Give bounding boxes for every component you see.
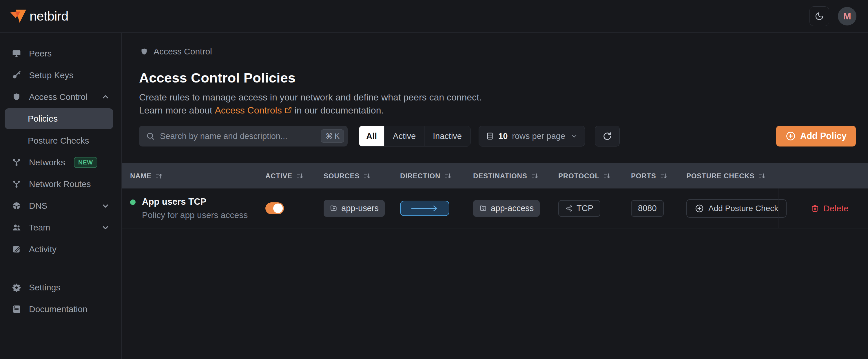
- description-line-2: Learn more about Access Controls in our …: [139, 104, 850, 117]
- rows-per-page-label: rows per page: [512, 131, 565, 141]
- refresh-icon: [602, 131, 612, 141]
- sidebar-item-activity[interactable]: Activity: [0, 238, 121, 260]
- sidebar-item-label: Peers: [29, 48, 52, 59]
- sidebar-item-label: DNS: [29, 201, 47, 211]
- description-line-1: Create rules to manage access in your ne…: [139, 91, 850, 104]
- policy-sources-cell: app-users: [323, 200, 400, 217]
- user-avatar[interactable]: M: [838, 7, 857, 26]
- sidebar-item-peers[interactable]: Peers: [0, 42, 121, 64]
- sidebar-item-label: Settings: [29, 283, 60, 292]
- sidebar-divider: [0, 273, 121, 273]
- column-header-active[interactable]: ACTIVE: [266, 172, 323, 180]
- column-header-name[interactable]: NAME: [130, 172, 266, 180]
- chevron-down-icon: [101, 201, 110, 210]
- sidebar-item-posture-checks[interactable]: Posture Checks: [0, 130, 121, 152]
- breadcrumb: Access Control: [139, 46, 850, 57]
- sort-asc-icon: [155, 172, 163, 180]
- shield-icon: [139, 47, 149, 56]
- policy-ports-cell: 8080: [631, 200, 686, 217]
- sidebar-item-label: Networks: [29, 158, 65, 167]
- arrow-right-icon: [409, 205, 441, 212]
- breadcrumb-label: Access Control: [154, 46, 212, 57]
- globe-icon: [11, 201, 22, 210]
- search-input[interactable]: [160, 131, 316, 141]
- sidebar-item-policies[interactable]: Policies: [5, 108, 113, 129]
- avatar-initial: M: [843, 11, 851, 22]
- active-toggle[interactable]: [266, 202, 284, 214]
- netbird-logo[interactable]: netbird: [10, 9, 68, 24]
- topbar: netbird M: [0, 0, 868, 33]
- rows-per-page-select[interactable]: 10 rows per page: [478, 126, 585, 146]
- sort-desc-icon: [758, 172, 766, 180]
- network-branch-icon: [11, 180, 22, 189]
- gear-icon: [11, 283, 22, 292]
- add-policy-button[interactable]: Add Policy: [776, 126, 856, 146]
- port-chip: 8080: [631, 200, 664, 217]
- theme-toggle-button[interactable]: [809, 6, 829, 26]
- rows-per-page-value: 10: [498, 131, 507, 141]
- column-header-sources[interactable]: SOURCES: [323, 172, 400, 180]
- sidebar-item-setup-keys[interactable]: Setup Keys: [0, 64, 121, 86]
- column-header-posture-checks[interactable]: POSTURE CHECKS: [686, 172, 778, 180]
- tab-active[interactable]: Active: [384, 126, 425, 146]
- filter-tabs: All Active Inactive: [359, 126, 470, 146]
- delete-policy-button[interactable]: Delete: [778, 189, 868, 228]
- sidebar-item-documentation[interactable]: Documentation: [0, 298, 121, 320]
- column-header-direction[interactable]: DIRECTION: [400, 172, 473, 180]
- sidebar-item-label: Team: [29, 223, 50, 232]
- shield-icon: [11, 92, 22, 102]
- plus-circle-icon: [785, 131, 796, 141]
- sidebar-item-dns[interactable]: DNS: [0, 195, 121, 217]
- policy-name: App users TCP: [142, 197, 248, 207]
- group-folder-icon: [330, 204, 338, 212]
- policy-active-cell: [266, 202, 323, 214]
- book-icon: [11, 304, 22, 314]
- sidebar-item-team[interactable]: Team: [0, 217, 121, 238]
- column-header-ports[interactable]: PORTS: [631, 172, 686, 180]
- tab-all[interactable]: All: [359, 126, 384, 146]
- monitor-icon: [11, 49, 22, 58]
- table-controls: ⌘ K All Active Inactive 10 rows per page: [139, 126, 856, 146]
- column-header-destinations[interactable]: DESTINATIONS: [473, 172, 558, 180]
- sidebar-item-label: Network Routes: [29, 179, 91, 189]
- network-branch-icon: [11, 158, 22, 167]
- sidebar-item-access-control[interactable]: Access Control: [0, 86, 121, 108]
- chevron-down-icon: [101, 223, 110, 232]
- access-controls-doc-link[interactable]: Access Controls: [215, 104, 292, 117]
- key-icon: [11, 71, 22, 80]
- sidebar-item-networks[interactable]: Networks NEW: [0, 152, 121, 173]
- group-folder-icon: [479, 204, 487, 212]
- sidebar-item-label: Documentation: [29, 304, 88, 314]
- chevron-up-icon: [101, 93, 110, 101]
- activity-note-icon: [11, 244, 22, 254]
- refresh-button[interactable]: [595, 126, 620, 146]
- sidebar-item-settings[interactable]: Settings: [0, 276, 121, 298]
- search-icon: [146, 132, 155, 140]
- sidebar-item-network-routes[interactable]: Network Routes: [0, 173, 121, 195]
- policy-protocol-cell: TCP: [558, 200, 631, 217]
- destination-group-chip: app-access: [473, 200, 540, 217]
- source-group-chip: app-users: [323, 200, 385, 217]
- sidebar-item-label: Setup Keys: [29, 70, 73, 80]
- tab-inactive[interactable]: Inactive: [425, 126, 470, 146]
- direction-arrow[interactable]: [400, 201, 450, 216]
- plus-circle-icon: [695, 204, 704, 213]
- sidebar-item-label: Policies: [28, 114, 58, 124]
- protocol-chip: TCP: [558, 200, 600, 217]
- sidebar: Peers Setup Keys Access Control Policies: [0, 33, 122, 359]
- search-shortcut-kbd: ⌘ K: [321, 129, 344, 143]
- page-description: Create rules to manage access in your ne…: [139, 91, 850, 117]
- column-header-protocol[interactable]: PROTOCOL: [558, 172, 631, 180]
- table-row: App users TCP Policy for app users acces…: [122, 189, 868, 228]
- sidebar-item-label: Access Control: [29, 92, 88, 102]
- chevron-down-icon: [571, 133, 578, 139]
- sort-desc-icon: [603, 172, 611, 180]
- add-posture-check-button[interactable]: Add Posture Check: [686, 199, 786, 218]
- sort-desc-icon: [296, 172, 304, 180]
- rows-icon: [486, 132, 494, 140]
- trash-icon: [811, 204, 819, 213]
- policies-table: NAME ACTIVE SOURCES: [122, 163, 868, 228]
- sort-desc-icon: [531, 172, 538, 180]
- users-icon: [11, 223, 22, 232]
- policy-destinations-cell: app-access: [473, 200, 558, 217]
